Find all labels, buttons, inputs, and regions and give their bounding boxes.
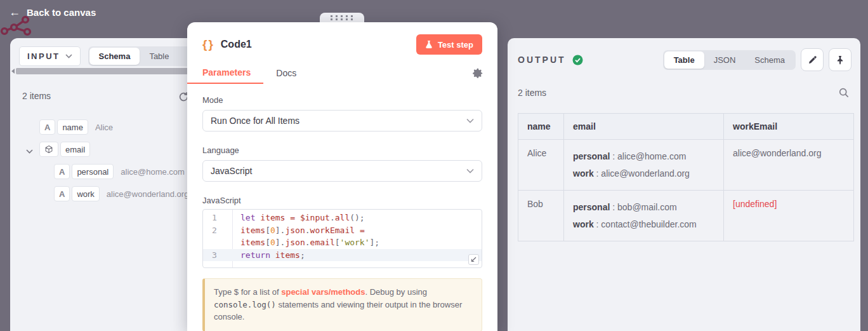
workflow-logo-icon xyxy=(0,15,33,37)
email-entry: work : alice@wonderland.org xyxy=(573,165,714,182)
output-actions: TableJSONSchema xyxy=(663,48,852,71)
email-entry: personal : bob@mail.com xyxy=(573,199,714,216)
code-text: let items = $input.all(); xyxy=(232,212,365,224)
table-row: Bobpersonal : bob@mail.comwork : contact… xyxy=(518,191,854,241)
output-items-count: 2 items xyxy=(518,88,546,98)
schema-key-pill[interactable]: email xyxy=(60,142,90,157)
cell-email: personal : bob@mail.comwork : contact@th… xyxy=(564,191,724,241)
output-table: nameemailworkEmailAlicepersonal : alice@… xyxy=(518,113,854,241)
code-text: items[0].json.workEmail = xyxy=(232,224,365,237)
code-text: return items; xyxy=(232,249,305,262)
console-log-code: console.log() xyxy=(214,300,276,309)
ndv-drag-handle[interactable] xyxy=(320,13,364,23)
search-icon[interactable] xyxy=(839,88,849,98)
code-editor[interactable]: 1let items = $input.all();2items[0].json… xyxy=(202,209,482,268)
test-step-label: Test step xyxy=(438,40,473,50)
pencil-icon xyxy=(808,55,817,65)
column-header-workemail[interactable]: workEmail xyxy=(724,114,854,140)
table-header-row: nameemailworkEmail xyxy=(518,114,854,140)
code-line[interactable]: 1let items = $input.all(); xyxy=(203,212,482,224)
string-type-icon[interactable]: A xyxy=(54,164,70,179)
string-type-icon[interactable]: A xyxy=(39,119,55,135)
cell-workemail: alice@wonderland.org xyxy=(724,140,854,191)
app-root: ← Back to canvas INPUT SchemaTableJSON 2… xyxy=(0,0,868,331)
node-details-modal: {} Code1 Test step Parameters Docs Mode … xyxy=(187,22,497,331)
string-type-icon[interactable]: A xyxy=(54,186,70,201)
code-editor-label: JavaScript xyxy=(202,196,482,205)
line-number xyxy=(203,236,232,249)
notice-text: . Debug by using xyxy=(365,287,427,297)
parameters-body: Mode Run Once for All Items Language Jav… xyxy=(187,84,497,331)
line-number: 2 xyxy=(203,224,232,237)
mode-value: Run Once for All Items xyxy=(211,116,299,126)
table-row: Alicepersonal : alice@home.comwork : ali… xyxy=(518,140,854,191)
mode-select[interactable]: Run Once for All Items xyxy=(202,110,482,132)
line-number: 1 xyxy=(203,212,232,224)
language-value: JavaScript xyxy=(211,166,252,176)
chevron-down-icon xyxy=(466,118,474,123)
output-panel-header: OUTPUT TableJSONSchema xyxy=(518,48,852,71)
cell-workemail: [undefined] xyxy=(724,191,854,241)
notice-text: Type $ for a list of xyxy=(214,287,281,297)
cell-name: Alice xyxy=(518,140,564,191)
schema-value: alice@home.com xyxy=(121,167,185,177)
hint-notice: Type $ for a list of special vars/method… xyxy=(202,278,482,331)
success-check-icon xyxy=(572,55,583,65)
modal-tabs: Parameters Docs xyxy=(187,62,497,84)
input-tab-schema[interactable]: Schema xyxy=(89,48,140,65)
column-header-name[interactable]: name xyxy=(518,114,564,140)
drag-dots-icon xyxy=(331,15,353,20)
input-tab-table[interactable]: Table xyxy=(140,48,178,65)
cell-email: personal : alice@home.comwork : alice@wo… xyxy=(564,140,724,191)
code-line[interactable]: 2items[0].json.workEmail = xyxy=(203,224,482,237)
cell-name: Bob xyxy=(518,191,564,241)
mode-label: Mode xyxy=(202,95,482,105)
tab-docs[interactable]: Docs xyxy=(276,68,296,78)
chevron-down-icon xyxy=(466,168,474,173)
edit-output-button[interactable] xyxy=(801,48,824,71)
schema-value: Alice xyxy=(95,123,113,132)
code-node-icon: {} xyxy=(202,37,214,51)
output-subheader: 2 items xyxy=(518,88,849,98)
language-select[interactable]: JavaScript xyxy=(202,160,482,182)
pin-data-button[interactable] xyxy=(829,48,852,71)
output-view-tabs: TableJSONSchema xyxy=(663,50,796,70)
output-tab-schema[interactable]: Schema xyxy=(745,51,794,69)
code-line[interactable]: items[0].json.email['work']; xyxy=(203,236,482,249)
output-tab-table[interactable]: Table xyxy=(664,51,704,69)
email-entry: personal : alice@home.com xyxy=(573,148,714,165)
output-panel: OUTPUT TableJSONSchema 2 items nameemail… xyxy=(508,38,860,331)
line-number: 3 xyxy=(203,249,232,262)
schema-key-pill[interactable]: work xyxy=(72,186,99,201)
schema-value: alice@wonderland.org xyxy=(107,189,189,199)
code-line[interactable]: 3return items; xyxy=(203,249,482,262)
input-items-count: 2 items xyxy=(22,91,51,101)
collapse-chevron-icon[interactable] xyxy=(26,145,33,156)
chevron-down-icon xyxy=(65,54,72,58)
test-step-button[interactable]: Test step xyxy=(416,34,482,55)
scroll-left-arrow-icon[interactable] xyxy=(11,69,15,74)
schema-key-pill[interactable]: personal xyxy=(72,164,114,179)
flask-icon xyxy=(425,40,433,49)
expand-editor-button[interactable] xyxy=(468,254,479,265)
output-panel-title: OUTPUT xyxy=(518,55,566,65)
back-to-canvas-label: Back to canvas xyxy=(27,7,96,18)
schema-key-pill[interactable]: name xyxy=(57,119,88,135)
object-type-icon[interactable] xyxy=(39,142,58,157)
node-title[interactable]: Code1 xyxy=(221,39,252,50)
special-vars-link[interactable]: special vars/methods xyxy=(281,287,365,297)
language-label: Language xyxy=(202,145,482,155)
email-entry: work : contact@thebuilder.com xyxy=(573,216,714,233)
input-source-dropdown[interactable]: INPUT xyxy=(19,46,81,66)
expand-icon xyxy=(471,257,477,262)
output-tab-json[interactable]: JSON xyxy=(704,51,746,69)
column-header-email[interactable]: email xyxy=(564,114,724,140)
node-settings-gear-icon[interactable] xyxy=(472,67,483,79)
input-panel-title: INPUT xyxy=(27,51,60,61)
modal-header: {} Code1 Test step xyxy=(187,22,497,55)
tab-parameters[interactable]: Parameters xyxy=(187,62,263,84)
pin-icon xyxy=(836,55,845,65)
code-text: items[0].json.email['work']; xyxy=(232,236,379,249)
